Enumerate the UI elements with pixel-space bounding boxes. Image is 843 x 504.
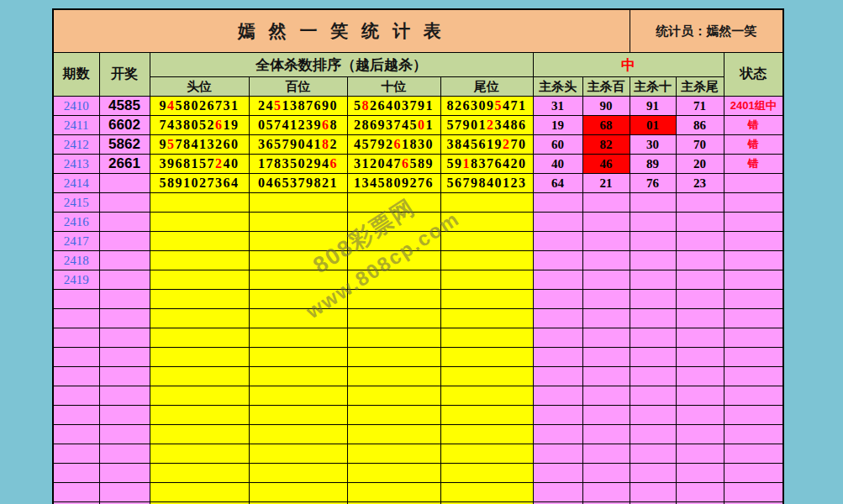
kill-cell: [582, 444, 630, 464]
kill-cell: 68: [582, 116, 630, 135]
kill-cell: [582, 386, 630, 406]
draw-cell: [99, 174, 150, 193]
period-cell[interactable]: 2419: [53, 270, 99, 290]
sort-cell: 3657904182: [249, 135, 347, 155]
period-cell[interactable]: 2414: [53, 174, 99, 193]
period-cell[interactable]: 2417: [53, 232, 99, 251]
table-row: 2412586295784132603657904182457926183038…: [53, 135, 783, 155]
sort-cell: [440, 367, 533, 386]
title-row: 嫣 然 一 笑 统 计 表 统计员：嫣然一笑: [53, 9, 783, 53]
kill-cell: [582, 328, 630, 348]
period-cell[interactable]: 2412: [53, 135, 99, 155]
sort-cell: [150, 213, 249, 232]
status-cell: [724, 193, 783, 213]
kill-cell: [533, 290, 582, 309]
sort-cell: [347, 290, 440, 309]
period-cell[interactable]: 2416: [53, 213, 99, 232]
period-cell[interactable]: 2418: [53, 251, 99, 270]
kill-cell: [630, 444, 676, 464]
sort-cell: 2869374501: [347, 116, 440, 135]
kill-cell: [630, 348, 676, 367]
kill-cell: [676, 464, 724, 483]
kill-cell: [676, 193, 724, 213]
sort-cell: 7438052619: [150, 116, 249, 135]
header-row-groups: 期数 开奖 全体杀数排序（越后越杀） 中 状态: [53, 53, 783, 77]
status-cell: [724, 464, 783, 483]
kill-cell: [533, 483, 582, 502]
status-cell: [724, 290, 783, 309]
kill-cell: [676, 444, 724, 464]
kill-cell: [582, 348, 630, 367]
draw-cell: [99, 270, 150, 290]
sort-cell: [440, 464, 533, 483]
col-header-kill-hundred: 主杀百: [582, 77, 630, 97]
period-cell[interactable]: 2413: [53, 155, 99, 174]
kill-cell: 64: [533, 174, 582, 193]
kill-cell: [630, 367, 676, 386]
kill-cell: 40: [533, 155, 582, 174]
sort-cell: 5790123486: [440, 116, 533, 135]
sort-cell: [440, 444, 533, 464]
table-row: [53, 483, 783, 502]
col-header-kill-head: 主杀头: [533, 77, 582, 97]
period-cell[interactable]: 2410: [53, 97, 99, 116]
sort-cell: [249, 425, 347, 444]
sort-cell: [150, 464, 249, 483]
status-cell: [724, 213, 783, 232]
period-cell: [53, 406, 99, 425]
kill-cell: 23: [676, 174, 724, 193]
sort-cell: 9458026731: [150, 97, 249, 116]
period-cell: [53, 386, 99, 406]
period-cell: [53, 328, 99, 348]
sort-cell: [347, 425, 440, 444]
sort-cell: [249, 251, 347, 270]
kill-cell: [676, 386, 724, 406]
table-row: 2418: [53, 251, 783, 270]
kill-cell: [533, 444, 582, 464]
kill-cell: [533, 425, 582, 444]
sort-cell: [440, 213, 533, 232]
kill-cell: [676, 406, 724, 425]
sort-cell: [440, 270, 533, 290]
table-row: [53, 425, 783, 444]
period-cell[interactable]: 2415: [53, 193, 99, 213]
sort-cell: [249, 444, 347, 464]
kill-cell: 60: [533, 135, 582, 155]
col-header-head-pos: 头位: [150, 77, 249, 97]
kill-cell: 90: [582, 97, 630, 116]
kill-cell: [630, 309, 676, 328]
kill-cell: [582, 464, 630, 483]
kill-cell: [582, 213, 630, 232]
table-row: [53, 406, 783, 425]
sort-cell: [440, 406, 533, 425]
draw-cell: [99, 386, 150, 406]
draw-cell: [99, 425, 150, 444]
sort-cell: [440, 328, 533, 348]
draw-cell: [99, 348, 150, 367]
sort-cell: 0465379821: [249, 174, 347, 193]
sort-cell: [440, 232, 533, 251]
table-row: 2417: [53, 232, 783, 251]
kill-cell: [533, 348, 582, 367]
sort-cell: [249, 309, 347, 328]
status-cell: [724, 309, 783, 328]
kill-cell: 91: [630, 97, 676, 116]
sort-cell: [150, 406, 249, 425]
table-row: 2413266139681572401783502946312047658959…: [53, 155, 783, 174]
sort-cell: 0574123968: [249, 116, 347, 135]
kill-cell: [676, 483, 724, 502]
kill-cell: 82: [582, 135, 630, 155]
sort-cell: [347, 483, 440, 502]
sort-cell: [150, 193, 249, 213]
kill-cell: [582, 232, 630, 251]
kill-cell: [676, 290, 724, 309]
kill-cell: 86: [676, 116, 724, 135]
sort-cell: [150, 328, 249, 348]
sort-cell: 2451387690: [249, 97, 347, 116]
kill-cell: [582, 483, 630, 502]
period-cell: [53, 444, 99, 464]
col-header-kill-tail: 主杀尾: [676, 77, 724, 97]
sort-cell: [249, 270, 347, 290]
status-cell: [724, 386, 783, 406]
period-cell[interactable]: 2411: [53, 116, 99, 135]
